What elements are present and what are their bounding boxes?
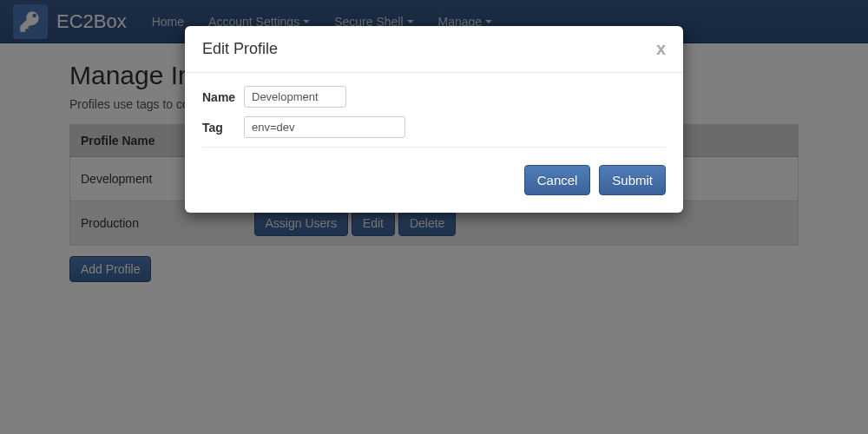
divider <box>202 147 666 148</box>
modal-header: Edit Profile x <box>185 26 683 73</box>
tag-label: Tag <box>202 121 244 135</box>
name-input[interactable] <box>244 86 346 108</box>
tag-input[interactable] <box>244 116 405 138</box>
modal-footer: Cancel Submit <box>185 152 683 213</box>
form-row-tag: Tag <box>202 116 666 138</box>
submit-button[interactable]: Submit <box>599 165 666 195</box>
edit-profile-modal: Edit Profile x Name Tag Cancel Submit <box>185 26 683 213</box>
cancel-button[interactable]: Cancel <box>524 165 591 195</box>
form-row-name: Name <box>202 86 666 108</box>
modal-title: Edit Profile <box>202 40 278 58</box>
modal-body: Name Tag <box>185 73 683 152</box>
close-icon[interactable]: x <box>656 39 666 59</box>
name-label: Name <box>202 90 244 104</box>
